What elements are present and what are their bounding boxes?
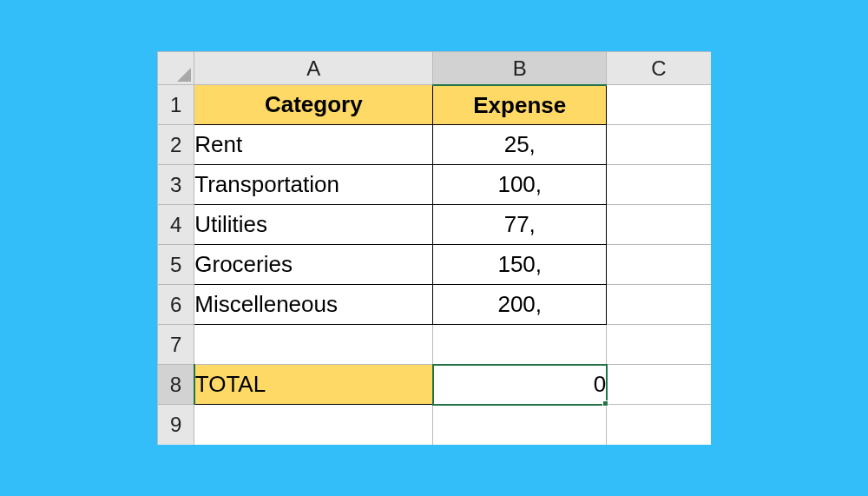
select-all-corner[interactable] bbox=[158, 52, 194, 85]
cell-A3[interactable]: Transportation bbox=[194, 165, 433, 205]
cell-A2[interactable]: Rent bbox=[194, 125, 433, 165]
select-all-triangle-icon bbox=[177, 68, 191, 82]
row-header-5[interactable]: 5 bbox=[158, 245, 194, 285]
cell-B8-value: 0 bbox=[594, 371, 606, 397]
cell-B7[interactable] bbox=[433, 325, 607, 365]
cell-B2[interactable]: 25, bbox=[433, 125, 607, 165]
cell-C2[interactable] bbox=[607, 125, 711, 165]
column-header-A[interactable]: A bbox=[194, 52, 433, 85]
cell-C4[interactable] bbox=[607, 205, 711, 245]
cell-B5[interactable]: 150, bbox=[433, 245, 607, 285]
fill-handle[interactable] bbox=[602, 400, 608, 407]
row-header-1[interactable]: 1 bbox=[158, 85, 194, 125]
cell-A6[interactable]: Miscelleneous bbox=[194, 285, 433, 325]
cell-B6[interactable]: 200, bbox=[433, 285, 607, 325]
row-header-9[interactable]: 9 bbox=[158, 405, 194, 445]
cell-C7[interactable] bbox=[607, 325, 711, 365]
row-header-6[interactable]: 6 bbox=[158, 285, 194, 325]
row-header-3[interactable]: 3 bbox=[158, 165, 194, 205]
cell-A1[interactable]: Category bbox=[194, 85, 433, 125]
cell-C5[interactable] bbox=[607, 245, 711, 285]
spreadsheet-grid[interactable]: A B C 1 Category Expense 2 Rent 25, 3 Tr… bbox=[157, 51, 711, 445]
cell-A4[interactable]: Utilities bbox=[194, 205, 433, 245]
cell-B8[interactable]: 0 bbox=[433, 365, 607, 405]
cell-A5[interactable]: Groceries bbox=[194, 245, 433, 285]
svg-marker-0 bbox=[177, 68, 191, 82]
cell-A7[interactable] bbox=[194, 325, 433, 365]
cell-A8[interactable]: TOTAL bbox=[194, 365, 433, 405]
cell-B9[interactable] bbox=[433, 405, 607, 445]
row-header-7[interactable]: 7 bbox=[158, 325, 194, 365]
cell-B4[interactable]: 77, bbox=[433, 205, 607, 245]
cell-C8[interactable] bbox=[607, 365, 711, 405]
column-header-C[interactable]: C bbox=[607, 52, 711, 85]
row-header-8[interactable]: 8 bbox=[158, 365, 194, 405]
cell-B1[interactable]: Expense bbox=[433, 85, 607, 125]
cell-C1[interactable] bbox=[607, 85, 711, 125]
column-header-B[interactable]: B bbox=[433, 52, 607, 85]
cell-C9[interactable] bbox=[607, 405, 711, 445]
cell-C6[interactable] bbox=[607, 285, 711, 325]
cell-B3[interactable]: 100, bbox=[433, 165, 607, 205]
cell-A9[interactable] bbox=[194, 405, 433, 445]
row-header-4[interactable]: 4 bbox=[158, 205, 194, 245]
cell-C3[interactable] bbox=[607, 165, 711, 205]
row-header-2[interactable]: 2 bbox=[158, 125, 194, 165]
